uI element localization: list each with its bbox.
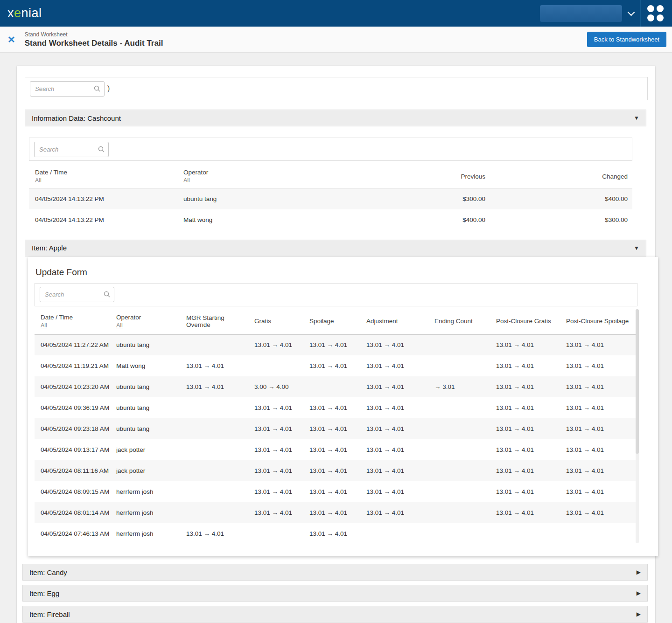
cell-ending	[428, 481, 490, 502]
cell-mgr: 13.01 → 4.01	[180, 376, 248, 397]
section-header-item-candy[interactable]: Item: Candy ▶	[22, 564, 648, 581]
section-title: Item: Candy	[29, 568, 67, 576]
grid-dot	[657, 5, 664, 12]
xenial-logo: xenial	[7, 6, 42, 21]
cell-datetime: 04/05/2024 11:19:21 AM	[35, 355, 110, 376]
table-row: 04/05/2024 14:13:22 PM Matt wong $400.00…	[29, 209, 632, 230]
cell-datetime: 04/05/2024 08:09:15 AM	[35, 481, 110, 502]
table-row: 04/05/2024 09:23:18 AM ubuntu tang 13.01…	[35, 418, 636, 439]
expand-chevron-icon: ▶	[637, 590, 641, 596]
cell-operator: ubuntu tang	[110, 376, 180, 397]
cell-spoilage: 13.01 → 4.01	[303, 418, 360, 439]
cell-gratis: 13.01 → 4.01	[248, 481, 303, 502]
close-icon[interactable]: ✕	[7, 35, 15, 44]
cell-pc-spoilage	[560, 523, 636, 544]
logo-accent-letter: e	[14, 6, 21, 20]
cell-adjustment: 13.01 → 4.01	[360, 502, 428, 523]
cell-pc-gratis: 13.01 → 4.01	[490, 439, 560, 460]
cell-operator: herrferm josh	[110, 502, 180, 523]
cell-spoilage	[303, 376, 360, 397]
col-spoilage: Spoilage	[303, 307, 360, 335]
cell-gratis: 13.01 → 4.01	[248, 418, 303, 439]
cell-adjustment: 13.01 → 4.01	[360, 439, 428, 460]
table-scrollbar[interactable]	[636, 309, 639, 544]
section-header-cashcount[interactable]: Information Data: Cashcount ▼	[25, 110, 646, 126]
filter-all-link[interactable]: All	[183, 177, 373, 184]
update-form-table: Date / Time All Operator All MGR Startin…	[35, 307, 636, 545]
logo-text: x	[7, 6, 14, 20]
cell-gratis: 13.01 → 4.01	[248, 460, 303, 481]
filter-all-link[interactable]: All	[116, 322, 180, 329]
col-changed: Changed	[490, 165, 632, 188]
chevron-down-icon[interactable]	[628, 9, 635, 16]
table-row: 04/05/2024 09:36:19 AM ubuntu tang 13.01…	[35, 397, 636, 418]
scrollbar-thumb[interactable]	[636, 309, 639, 454]
cell-pc-gratis: 13.01 → 4.01	[490, 418, 560, 439]
cell-gratis	[248, 355, 303, 376]
cell-ending	[428, 334, 490, 355]
filter-all-link[interactable]: All	[41, 322, 110, 329]
cell-previous: $400.00	[373, 209, 490, 230]
cell-ending	[428, 418, 490, 439]
table-row: 04/05/2024 09:13:17 AM jack potter 13.01…	[35, 439, 636, 460]
cell-datetime: 04/05/2024 14:13:22 PM	[29, 188, 177, 209]
grid-dot	[647, 14, 654, 21]
cell-ending	[428, 460, 490, 481]
cell-gratis: 13.01 → 4.01	[248, 439, 303, 460]
update-form-title: Update Form	[35, 263, 658, 283]
cell-gratis: 13.01 → 4.01	[248, 334, 303, 355]
filter-all-link[interactable]: All	[35, 177, 177, 184]
table-row: 04/05/2024 11:27:22 AM ubuntu tang 13.01…	[35, 334, 636, 355]
cell-operator: ubuntu tang	[110, 397, 180, 418]
stray-paren-glyph: )	[107, 84, 110, 93]
cell-operator: herrferm josh	[110, 523, 180, 544]
cell-spoilage: 13.01 → 4.01	[303, 355, 360, 376]
cell-ending	[428, 355, 490, 376]
cell-spoilage: 13.01 → 4.01	[303, 481, 360, 502]
cell-pc-gratis: 13.01 → 4.01	[490, 460, 560, 481]
table-header-row: Date / Time All Operator All MGR Startin…	[35, 307, 636, 335]
user-account-redacted[interactable]	[540, 5, 622, 22]
section-header-item-fireball[interactable]: Item: Fireball ▶	[22, 606, 648, 623]
update-form-search-strip	[35, 283, 637, 306]
section-header-item-egg[interactable]: Item: Egg ▶	[22, 585, 648, 602]
audit-trail-card: ) Information Data: Cashcount ▼ Date / T…	[17, 66, 655, 623]
cell-datetime: 04/05/2024 07:46:13 AM	[35, 523, 110, 544]
cell-ending	[428, 439, 490, 460]
global-search-strip: )	[25, 77, 648, 100]
cell-ending	[428, 397, 490, 418]
table-row: 04/05/2024 07:46:13 AM herrferm josh 13.…	[35, 523, 636, 544]
cell-adjustment: 13.01 → 4.01	[360, 334, 428, 355]
search-icon	[98, 145, 105, 153]
cell-adjustment	[360, 523, 428, 544]
section-header-item-apple[interactable]: Item: Apple ▼	[25, 240, 646, 256]
cell-changed: $300.00	[490, 209, 632, 230]
cell-pc-spoilage: 13.01 → 4.01	[560, 439, 636, 460]
cell-pc-gratis: 13.01 → 4.01	[490, 481, 560, 502]
app-launcher-icon[interactable]	[647, 5, 664, 21]
cell-operator: ubuntu tang	[177, 188, 373, 209]
cell-pc-spoilage: 13.01 → 4.01	[560, 460, 636, 481]
col-datetime: Date / Time All	[35, 307, 110, 335]
cell-pc-spoilage: 13.01 → 4.01	[560, 355, 636, 376]
cell-mgr	[180, 418, 248, 439]
cell-datetime: 04/05/2024 09:13:17 AM	[35, 439, 110, 460]
cell-datetime: 04/05/2024 10:23:20 AM	[35, 376, 110, 397]
cell-datetime: 04/05/2024 09:23:18 AM	[35, 418, 110, 439]
app-topbar: xenial	[0, 0, 672, 27]
cell-adjustment: 13.01 → 4.01	[360, 397, 428, 418]
cell-datetime: 04/05/2024 11:27:22 AM	[35, 334, 110, 355]
search-icon	[93, 85, 101, 92]
cell-adjustment: 13.01 → 4.01	[360, 376, 428, 397]
search-icon	[103, 291, 111, 298]
cell-mgr	[180, 502, 248, 523]
cell-pc-gratis	[490, 523, 560, 544]
cell-operator: Matt wong	[110, 355, 180, 376]
col-mgr-starting-override: MGR Starting Override	[180, 307, 248, 335]
cell-mgr	[180, 439, 248, 460]
cell-datetime: 04/05/2024 09:36:19 AM	[35, 397, 110, 418]
cell-mgr	[180, 334, 248, 355]
back-to-standworksheet-button[interactable]: Back to Standworksheet	[587, 32, 666, 47]
cashcount-panel: Date / Time All Operator All Previous Ch…	[29, 138, 632, 230]
cell-spoilage: 13.01 → 4.01	[303, 502, 360, 523]
